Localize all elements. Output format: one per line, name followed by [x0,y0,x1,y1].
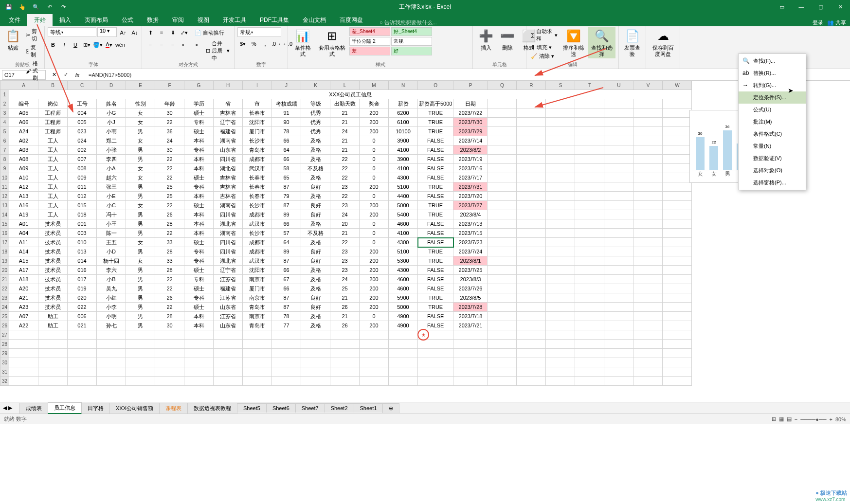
cancel-formula-icon[interactable]: ✕ [49,70,59,80]
data-cell[interactable]: A08 [9,155,38,164]
data-cell[interactable]: TRUE [418,182,453,192]
data-cell[interactable]: 012 [68,192,97,201]
data-cell[interactable]: 21 [330,293,360,303]
data-cell[interactable]: 技术员 [38,284,68,293]
percent-icon[interactable]: % [249,38,259,49]
align-bottom-icon[interactable]: ⬇ [167,27,178,38]
data-cell[interactable]: 200 [360,284,389,293]
data-cell[interactable]: 91 [272,108,301,118]
data-cell[interactable]: 200 [360,303,389,312]
paste-button[interactable]: 📋粘贴 [3,27,23,52]
data-cell[interactable]: 男 [126,145,155,155]
data-cell[interactable]: 2023/7/29 [453,127,488,136]
find-menu-item-10[interactable]: 选择窗格(P)... [739,177,806,189]
font-size-select[interactable]: 10 ▾ [97,27,117,37]
data-cell[interactable]: 及格 [301,192,330,201]
find-menu-item-2[interactable]: →转到(G)... [739,79,806,91]
data-cell[interactable]: 男 [126,303,155,312]
title-cell[interactable]: XXX公司员工信息 [9,90,692,99]
data-cell[interactable]: FALSE [418,219,453,229]
data-cell[interactable]: 硕士 [184,127,214,136]
data-cell[interactable]: 成都市 [243,238,272,247]
data-cell[interactable]: 不及格 [301,164,330,173]
data-cell[interactable]: 66 [272,219,301,229]
data-cell[interactable]: 008 [68,164,97,173]
tab-0[interactable]: 文件 [2,14,27,26]
data-cell[interactable]: 工人 [38,164,68,173]
login-link[interactable]: 登录 [813,19,823,26]
data-cell[interactable]: 女 [126,173,155,182]
data-cell[interactable]: 武汉市 [243,256,272,266]
col-header[interactable]: E [126,81,155,90]
data-cell[interactable]: 助工 [38,312,68,321]
data-cell[interactable]: 021 [68,321,97,330]
data-cell[interactable]: 小G [97,108,126,118]
header-cell[interactable]: 考核成绩 [272,99,301,108]
tab-2[interactable]: 插入 [53,14,78,26]
data-cell[interactable]: 吉林省 [214,173,243,182]
ribbon-display-icon[interactable]: ▭ [772,0,792,14]
delete-cells-button[interactable]: ➖删除 [497,27,518,52]
data-cell[interactable]: 78 [272,312,301,321]
invoice-check-button[interactable]: 📄发票查验 [622,27,643,58]
data-cell[interactable]: 本科 [184,155,214,164]
format-as-table-button[interactable]: ⊞套用表格格式 [315,27,348,58]
header-cell[interactable]: 岗位 [38,99,68,108]
data-cell[interactable]: 2023/7/24 [453,247,488,256]
data-cell[interactable]: 22 [330,155,360,164]
data-cell[interactable]: FALSE [418,155,453,164]
data-cell[interactable]: 良好 [301,210,330,219]
col-header[interactable]: C [68,81,97,90]
data-cell[interactable]: 本科 [184,219,214,229]
data-cell[interactable]: 64 [272,145,301,155]
data-cell[interactable]: 24 [330,275,360,284]
header-cell[interactable]: 奖金 [360,99,389,108]
data-cell[interactable]: 23 [330,182,360,192]
save-icon[interactable]: 💾 [3,1,15,13]
data-cell[interactable]: A22 [9,321,38,330]
data-cell[interactable]: 0 [360,155,389,164]
data-cell[interactable]: 5400 [389,210,418,219]
data-cell[interactable]: 长春市 [243,192,272,201]
tab-8[interactable]: 开发工具 [216,14,253,26]
data-cell[interactable]: 2023/7/19 [453,155,488,164]
data-cell[interactable]: 及格 [301,155,330,164]
data-cell[interactable]: 四川省 [214,155,243,164]
data-cell[interactable]: 青岛市 [243,145,272,155]
header-cell[interactable]: 年龄 [155,99,184,108]
data-cell[interactable]: 007 [68,155,97,164]
data-cell[interactable]: 21 [330,118,360,127]
data-cell[interactable]: FALSE [418,312,453,321]
data-cell[interactable]: 26 [330,303,360,312]
data-cell[interactable]: 山东省 [214,321,243,330]
data-cell[interactable]: 女 [126,136,155,145]
data-cell[interactable]: 28 [155,247,184,256]
data-cell[interactable]: 3900 [389,136,418,145]
data-cell[interactable]: 沈阳市 [243,118,272,127]
data-cell[interactable]: 67 [272,275,301,284]
merge-button[interactable]: ⊡ 合并后居中 ▾ [204,39,231,62]
data-cell[interactable]: 长春市 [243,108,272,118]
data-cell[interactable]: 2023/7/28 [453,303,488,312]
data-cell[interactable]: 技术员 [38,293,68,303]
data-cell[interactable]: 016 [68,266,97,275]
find-menu-item-7[interactable]: 常量(N) [739,140,806,152]
header-cell[interactable]: 性别 [126,99,155,108]
view-normal-icon[interactable]: ⊞ [772,416,776,422]
data-cell[interactable]: 3900 [389,155,418,164]
data-cell[interactable]: 5100 [389,182,418,192]
data-cell[interactable]: 成都市 [243,155,272,164]
data-cell[interactable]: 吴九 [97,284,126,293]
data-cell[interactable]: 2023/7/14 [453,136,488,145]
data-cell[interactable]: 2023/8/1 [453,256,488,266]
data-cell[interactable]: FALSE [418,229,453,238]
data-cell[interactable]: 200 [360,321,389,330]
data-cell[interactable]: 助工 [38,321,68,330]
tab-7[interactable]: 视图 [191,14,216,26]
data-cell[interactable]: 良好 [301,247,330,256]
data-cell[interactable]: 优秀 [301,118,330,127]
data-cell[interactable]: 成都市 [243,247,272,256]
header-cell[interactable]: 薪资 [389,99,418,108]
data-cell[interactable]: 4900 [389,321,418,330]
data-cell[interactable]: 5100 [389,247,418,256]
